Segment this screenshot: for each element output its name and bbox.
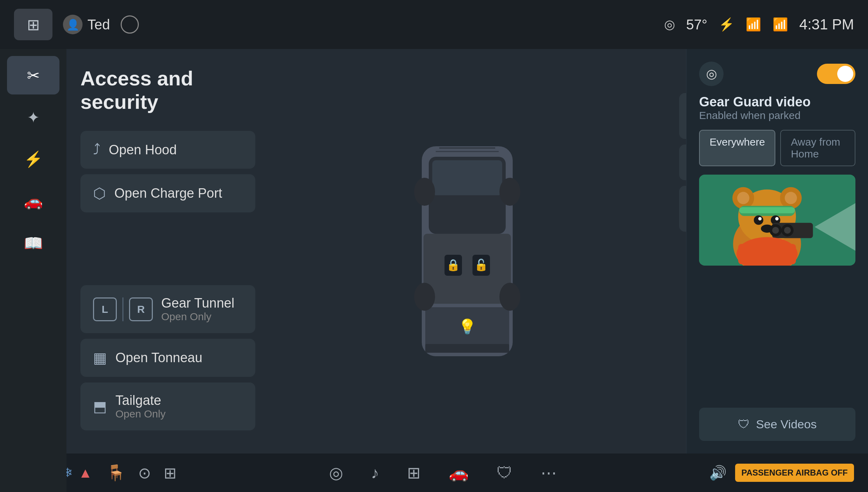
svg-point-6 <box>414 178 435 206</box>
see-videos-label: See Videos <box>756 417 817 431</box>
gear-divider <box>122 297 123 321</box>
svg-rect-3 <box>424 234 511 304</box>
sidebar-item-lighting[interactable]: ✦ <box>7 98 59 136</box>
svg-point-8 <box>414 283 435 311</box>
svg-point-7 <box>499 178 520 206</box>
apps-grid-icon[interactable]: ⊞ <box>407 463 421 482</box>
open-tonneau-button[interactable]: ▦ Open Tonneau <box>80 339 255 377</box>
seat-heat-icon[interactable]: 🪑 <box>106 464 126 482</box>
temp-up-button[interactable]: ▲ <box>78 465 92 481</box>
center-panel: 🔒 🔓 💡 <box>269 49 665 454</box>
open-charge-port-label: Open Charge Port <box>114 186 222 201</box>
tailgate-sublabel: Open Only <box>115 408 165 420</box>
clock-display: 4:31 PM <box>799 16 854 33</box>
bottom-hvac-icons: 🪑 ⊙ ⊞ <box>106 464 177 482</box>
shield-icon: 🛡 <box>738 417 750 431</box>
left-panel: Access and security ⤴ Open Hood ⬡ Open C… <box>66 49 269 454</box>
svg-text:💡: 💡 <box>458 318 477 336</box>
defrost-icon[interactable]: ⊞ <box>164 464 177 482</box>
charge-port-icon: ⬡ <box>93 185 106 202</box>
bear-illustration <box>699 175 855 266</box>
hood-icon: ⤴ <box>93 141 100 158</box>
more-icon[interactable]: ⋯ <box>541 463 557 482</box>
svg-rect-2 <box>432 160 502 195</box>
gear-tunnel-sublabel: Open Only <box>161 311 234 323</box>
access-icon: ✂ <box>27 66 40 84</box>
car-svg: 🔒 🔓 💡 <box>394 129 541 374</box>
gear-guard-panel: ◎ Gear Guard video Enabled when parked E… <box>686 49 868 454</box>
svg-point-29 <box>775 217 779 220</box>
gear-tunnel-label: Gear Tunnel <box>161 296 234 311</box>
sidebar-item-vehicle[interactable]: 🚗 <box>7 182 59 220</box>
music-icon[interactable]: ♪ <box>371 463 379 482</box>
steering-heat-icon[interactable]: ⊙ <box>138 464 151 482</box>
location-buttons: Everywhere Away from Home <box>699 130 855 166</box>
bottom-bar: ▼ 70° ❄ ▲ 🪑 ⊙ ⊞ ◎ ♪ ⊞ 🚗 🛡 ⋯ 🔊 PASSENGER … <box>0 454 868 492</box>
car-status-icon[interactable]: 🚗 <box>449 463 469 482</box>
open-hood-button[interactable]: ⤴ Open Hood <box>80 131 255 169</box>
bottom-nav-icons: ◎ ♪ ⊞ 🚗 🛡 ⋯ <box>177 463 709 482</box>
bluetooth-icon: ⚡ <box>719 17 734 32</box>
svg-rect-38 <box>738 244 796 264</box>
home-button[interactable]: ⊞ <box>14 9 52 40</box>
gear-guard-header: ◎ <box>699 62 855 86</box>
gear-guard-subtitle: Enabled when parked <box>699 110 855 121</box>
see-videos-button[interactable]: 🛡 See Videos <box>699 408 855 441</box>
car-visualization: 🔒 🔓 💡 <box>394 129 541 374</box>
security-icon[interactable]: 🛡 <box>497 463 513 482</box>
svg-point-34 <box>772 227 779 233</box>
gear-guard-title: Gear Guard video <box>699 94 855 110</box>
bottom-right-area: 🔊 PASSENGER AIRBAG OFF <box>709 464 854 482</box>
user-name: Ted <box>87 17 110 33</box>
svg-text:🔒: 🔒 <box>446 258 460 272</box>
gear-badge-r: R <box>129 297 153 321</box>
svg-point-28 <box>758 217 762 220</box>
svg-point-22 <box>737 192 749 204</box>
svg-rect-25 <box>739 207 795 213</box>
manual-icon: 📖 <box>24 234 43 252</box>
svg-text:🔓: 🔓 <box>474 258 488 272</box>
user-info: 👤 Ted <box>63 15 110 34</box>
tonneau-icon: ▦ <box>93 349 107 366</box>
gear-tunnel-button[interactable]: L R Gear Tunnel Open Only <box>80 285 255 333</box>
open-tonneau-label: Open Tonneau <box>115 350 202 365</box>
svg-point-23 <box>785 192 797 204</box>
sidebar-item-access[interactable]: ✂ <box>7 56 59 94</box>
open-charge-port-button[interactable]: ⬡ Open Charge Port <box>80 174 255 212</box>
svg-point-9 <box>499 283 520 311</box>
signal-icon: 📶 <box>773 17 788 32</box>
top-bar: ⊞ 👤 Ted ◎ 57° ⚡ 📶 📶 4:31 PM <box>0 0 868 49</box>
left-sidebar: ✂ ✦ ⚡ 🚗 📖 <box>0 49 66 492</box>
gear-guard-bear-image <box>699 175 855 266</box>
home-icon: ⊞ <box>27 16 40 34</box>
open-hood-label: Open Hood <box>109 142 177 157</box>
svg-point-35 <box>784 227 791 233</box>
temperature-display: 57° <box>686 17 707 33</box>
lighting-icon: ✦ <box>27 108 40 126</box>
everywhere-button[interactable]: Everywhere <box>699 130 775 166</box>
gear-tunnel-info: Gear Tunnel Open Only <box>161 296 234 323</box>
navigation-icon[interactable]: ◎ <box>329 463 343 482</box>
gear-badges: L R <box>93 297 153 321</box>
charging-icon: ⚡ <box>24 150 43 168</box>
svg-rect-5 <box>425 344 509 353</box>
vehicle-icon: 🚗 <box>24 192 43 210</box>
top-right-status: ◎ 57° ⚡ 📶 📶 4:31 PM <box>664 16 854 33</box>
sidebar-item-manual[interactable]: 📖 <box>7 224 59 262</box>
tailgate-info: Tailgate Open Only <box>115 393 165 420</box>
tailgate-button[interactable]: ⬒ Tailgate Open Only <box>80 382 255 430</box>
user-avatar: 👤 <box>63 15 83 34</box>
sidebar-item-charging[interactable]: ⚡ <box>7 140 59 178</box>
away-from-home-button[interactable]: Away from Home <box>780 130 855 166</box>
location-icon: ◎ <box>664 17 675 32</box>
toggle-knob <box>837 66 853 82</box>
volume-icon[interactable]: 🔊 <box>709 465 727 481</box>
airbag-warning: PASSENGER AIRBAG OFF <box>735 464 854 482</box>
gear-guard-icon: ◎ <box>699 62 724 86</box>
gear-badge-l: L <box>93 297 117 321</box>
svg-point-26 <box>754 215 763 225</box>
gear-guard-title-area: Gear Guard video Enabled when parked <box>699 94 855 121</box>
page-title: Access and security <box>80 66 255 113</box>
wifi-icon: 📶 <box>746 17 761 32</box>
gear-guard-toggle[interactable] <box>817 64 855 84</box>
